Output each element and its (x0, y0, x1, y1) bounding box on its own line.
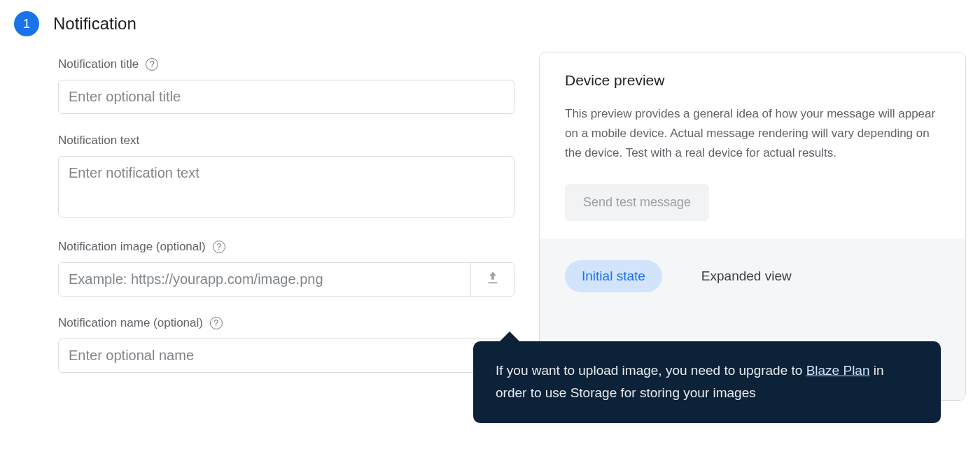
tooltip-text-before: If you want to upload image, you need to… (496, 363, 806, 378)
field-group-text: Notification text (58, 134, 532, 220)
notification-name-input[interactable] (58, 338, 514, 373)
device-preview-heading: Device preview (565, 72, 940, 89)
notification-text-input[interactable] (58, 156, 514, 218)
field-group-image: Notification image (optional) ? (58, 240, 532, 297)
send-test-message-button[interactable]: Send test message (565, 184, 709, 221)
help-icon[interactable]: ? (210, 317, 223, 329)
label-notification-title: Notification title (58, 57, 139, 71)
label-notification-text: Notification text (58, 134, 139, 148)
upload-image-button[interactable] (470, 263, 514, 296)
image-input-row (58, 262, 514, 297)
notification-image-input[interactable] (59, 263, 470, 296)
field-group-title: Notification title ? (58, 57, 532, 114)
help-icon[interactable]: ? (213, 241, 225, 253)
label-notification-name: Notification name (optional) (58, 316, 203, 330)
step-header: 1 Notification (14, 11, 532, 36)
notification-title-input[interactable] (58, 80, 514, 114)
upload-icon (485, 271, 500, 288)
help-icon[interactable]: ? (146, 58, 158, 71)
preview-tabs: Initial state Expanded view (565, 260, 940, 292)
upload-upgrade-tooltip: If you want to upload image, you need to… (473, 341, 941, 423)
field-group-name: Notification name (optional) ? (58, 316, 532, 373)
step-number-badge: 1 (14, 11, 39, 36)
device-preview-description: This preview provides a general idea of … (565, 104, 940, 163)
tab-initial-state[interactable]: Initial state (565, 260, 662, 292)
step-title: Notification (53, 14, 136, 34)
blaze-plan-link[interactable]: Blaze Plan (806, 363, 870, 378)
notification-form: Notification title ? Notification text N… (14, 57, 532, 373)
label-notification-image: Notification image (optional) (58, 240, 206, 254)
tab-expanded-view[interactable]: Expanded view (685, 260, 808, 292)
